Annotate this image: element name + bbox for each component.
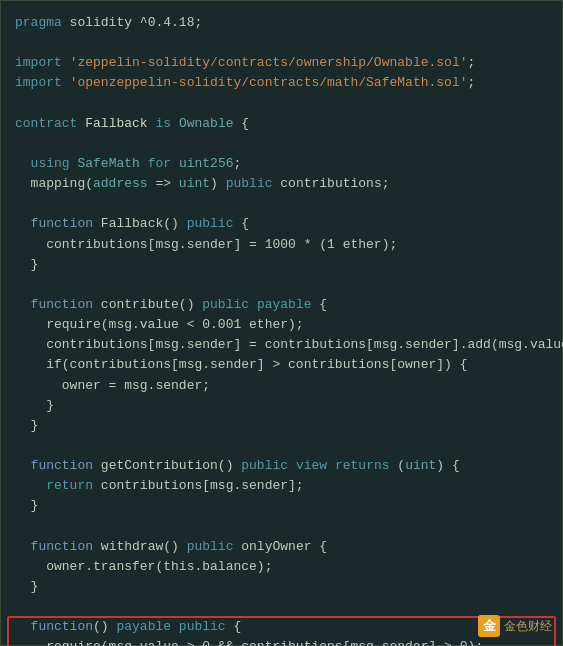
code-line: owner = msg.sender; bbox=[15, 376, 548, 396]
code-line: } bbox=[15, 496, 548, 516]
code-line: function withdraw() public onlyOwner { bbox=[15, 537, 548, 557]
code-line: } bbox=[15, 255, 548, 275]
code-line: contributions[msg.sender] = contribution… bbox=[15, 335, 548, 355]
code-line: function getContribution() public view r… bbox=[15, 456, 548, 476]
code-line: ​ bbox=[15, 597, 548, 617]
code-line: ​ bbox=[15, 517, 548, 537]
code-line: ​ bbox=[15, 33, 548, 53]
code-line: ​ bbox=[15, 94, 548, 114]
code-line: using SafeMath for uint256; bbox=[15, 154, 548, 174]
code-line: ​ bbox=[15, 436, 548, 456]
code-line: } bbox=[15, 577, 548, 597]
code-line: ​ bbox=[15, 134, 548, 154]
watermark-text: 金色财经 bbox=[504, 618, 552, 635]
code-line: function() payable public { bbox=[15, 617, 548, 637]
code-line: function Fallback() public { bbox=[15, 214, 548, 234]
code-line: import 'zeppelin-solidity/contracts/owne… bbox=[15, 53, 548, 73]
code-content: pragma solidity ^0.4.18;​import 'zeppeli… bbox=[15, 13, 548, 646]
code-line: import 'openzeppelin-solidity/contracts/… bbox=[15, 73, 548, 93]
code-line: require(msg.value > 0 && contributions[m… bbox=[15, 637, 548, 646]
watermark-icon: 金 bbox=[478, 615, 500, 637]
code-line: } bbox=[15, 416, 548, 436]
code-line: mapping(address => uint) public contribu… bbox=[15, 174, 548, 194]
code-line: contract Fallback is Ownable { bbox=[15, 114, 548, 134]
watermark: 金 金色财经 bbox=[478, 615, 552, 637]
code-line: ​ bbox=[15, 194, 548, 214]
code-line: require(msg.value < 0.001 ether); bbox=[15, 315, 548, 335]
code-line: function contribute() public payable { bbox=[15, 295, 548, 315]
code-line: } bbox=[15, 396, 548, 416]
code-editor: pragma solidity ^0.4.18;​import 'zeppeli… bbox=[0, 0, 563, 646]
code-line: ​ bbox=[15, 275, 548, 295]
code-line: if(contributions[msg.sender] > contribut… bbox=[15, 355, 548, 375]
code-line: pragma solidity ^0.4.18; bbox=[15, 13, 548, 33]
code-line: return contributions[msg.sender]; bbox=[15, 476, 548, 496]
code-line: contributions[msg.sender] = 1000 * (1 et… bbox=[15, 235, 548, 255]
code-line: owner.transfer(this.balance); bbox=[15, 557, 548, 577]
